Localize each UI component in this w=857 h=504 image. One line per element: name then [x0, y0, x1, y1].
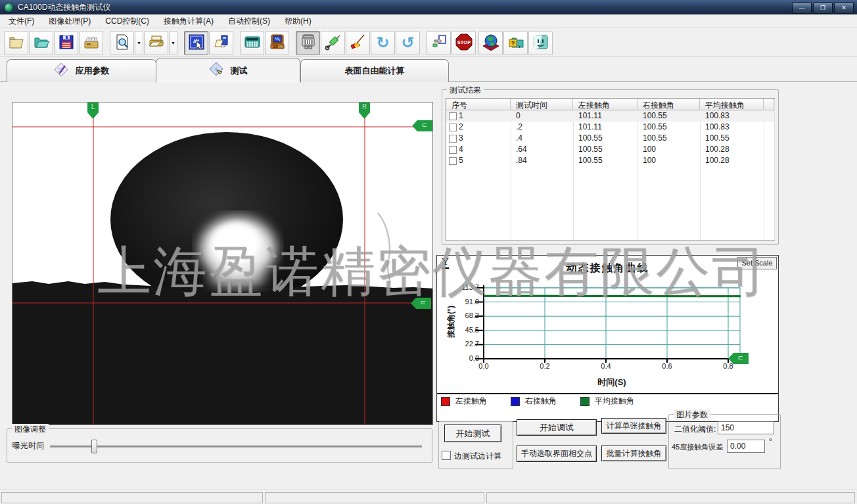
row-checkbox[interactable]	[449, 157, 457, 165]
start-test-group: 开始测试 边测试边计算	[438, 421, 513, 469]
picture-params-group: 图片参数 二值化阈值: 150 45度接触角误差 0.00 °	[668, 414, 781, 469]
row-checkbox[interactable]	[449, 146, 457, 154]
x-tick-label: 0.6	[657, 362, 677, 370]
x-tick-label: 0.0	[474, 362, 494, 370]
threshold-input[interactable]: 150	[718, 421, 774, 434]
table-row[interactable]: 4.64100.55100100.28	[446, 144, 774, 155]
row-checkbox[interactable]	[449, 112, 457, 120]
globe-button[interactable]	[478, 31, 503, 55]
transfer-button[interactable]	[427, 31, 451, 55]
legend-swatch	[511, 397, 520, 406]
exposure-slider-thumb[interactable]	[91, 440, 97, 453]
app-icon	[4, 3, 14, 12]
syringe-button[interactable]	[321, 31, 345, 55]
print-button[interactable]	[144, 31, 168, 55]
print-preview-dropdown[interactable]: ▼	[135, 31, 143, 55]
menu-item[interactable]: 接触角计算(A)	[156, 14, 221, 28]
image-adjust-title: 图像调整	[12, 424, 49, 435]
y-tick-label: 0.0	[452, 354, 479, 362]
start-debug-button[interactable]: 开始调试	[517, 419, 597, 436]
help-button[interactable]: ?	[503, 31, 528, 55]
table-cell: .64	[516, 145, 527, 154]
camera-image-panel[interactable]: L R ⊂ ⊂	[12, 102, 433, 425]
table-cell: 100.28	[705, 156, 730, 165]
undo-button[interactable]: ↺	[396, 31, 420, 55]
menu-item[interactable]: 帮助(H)	[277, 14, 319, 28]
computer-icon	[269, 34, 286, 53]
new-folder-button[interactable]	[4, 31, 28, 55]
tab-surface-energy[interactable]: 表面自由能计算	[300, 59, 449, 82]
status-panel-2	[265, 492, 484, 503]
about-face-button[interactable]	[528, 31, 553, 55]
printer-icon	[148, 34, 165, 53]
row-checkbox[interactable]	[449, 135, 457, 143]
tab-label: 应用参数	[76, 65, 110, 77]
window-title: CA100D动态接触角测试仪	[18, 2, 110, 13]
row-checkbox[interactable]	[449, 124, 457, 131]
table-header[interactable]: 测试时间	[511, 99, 573, 110]
table-header[interactable]	[764, 99, 774, 110]
start-test-button[interactable]: 开始测试	[444, 424, 501, 442]
legend-label: 左接触角	[455, 396, 487, 407]
legend-swatch	[580, 397, 590, 406]
printer-dropdown[interactable]: ▼	[169, 31, 177, 55]
close-button[interactable]: ✕	[834, 2, 854, 14]
y-tick-label: 91.0	[452, 298, 479, 306]
tab-app-params[interactable]: 应用参数	[7, 59, 156, 82]
table-row[interactable]: 2.2101.11100.55100.83	[446, 122, 774, 133]
menu-item[interactable]: CCD控制(C)	[98, 14, 156, 28]
table-header[interactable]: 序号	[446, 99, 511, 110]
table-row[interactable]: 10101.11100.55100.83	[446, 110, 774, 122]
table-header[interactable]: 平均接触角	[700, 99, 764, 110]
export-image-icon	[213, 34, 230, 53]
table-cell: 100	[643, 145, 656, 154]
stop-button[interactable]: STOP	[452, 31, 476, 55]
frame-grabber-button[interactable]	[296, 31, 320, 55]
table-row[interactable]: 5.84100.55100100.28	[446, 155, 774, 166]
card-index-button[interactable]	[79, 31, 103, 55]
menu-item[interactable]: 文件(F)	[1, 14, 41, 28]
calc-while-test-checkbox[interactable]	[442, 451, 451, 460]
results-table[interactable]: 序号测试时间左接触角右接触角平均接触角10101.11100.55100.832…	[446, 98, 775, 241]
y-tick-label: 68.2	[452, 311, 479, 319]
redo-button[interactable]: ↻	[371, 31, 395, 55]
calculator-button[interactable]	[240, 31, 264, 55]
legend-label: 右接触角	[525, 396, 557, 407]
manual-pick-button[interactable]: 手动选取界面相交点	[517, 446, 597, 462]
export-image-button[interactable]	[209, 31, 233, 55]
status-panel-1	[1, 492, 263, 503]
open-folder-icon	[33, 34, 50, 53]
menu-item[interactable]: 自动控制(S)	[221, 14, 277, 28]
table-header[interactable]: 左接触角	[573, 99, 637, 110]
svg-text:STOP: STOP	[457, 39, 470, 45]
table-cell: 100	[643, 156, 656, 165]
calc-batch-button[interactable]: 批量计算接触角	[601, 446, 666, 461]
results-group-title: 测试结果	[447, 85, 484, 96]
computer-button[interactable]	[265, 31, 289, 55]
transfer-icon	[430, 34, 448, 53]
open-folder-button[interactable]	[29, 31, 53, 55]
calc-single-button[interactable]: 计算单张接触角	[601, 418, 666, 434]
table-header[interactable]: 右接触角	[637, 99, 700, 110]
table-row[interactable]: 3.4100.55100.55100.55	[446, 133, 774, 144]
tab-label: 表面自由能计算	[345, 65, 405, 77]
help-icon: ?	[507, 34, 524, 53]
tab-test[interactable]: 测试	[156, 58, 300, 83]
card-index-icon	[83, 34, 100, 53]
angle-error-input[interactable]: 0.00	[727, 440, 765, 453]
about-face-icon	[532, 34, 549, 53]
table-cell: 4	[459, 145, 463, 154]
clean-button[interactable]	[346, 31, 370, 55]
legend-swatch	[441, 397, 450, 406]
exposure-slider-track[interactable]	[50, 446, 422, 448]
table-cell: 100.55	[705, 133, 730, 143]
restore-button[interactable]: ❐	[813, 2, 833, 14]
save-button[interactable]	[54, 31, 78, 55]
minimize-button[interactable]: —	[792, 2, 812, 14]
print-preview-button[interactable]	[110, 31, 134, 55]
capture-screen-button[interactable]	[184, 31, 208, 55]
note-pen-icon	[54, 62, 70, 80]
menu-item[interactable]: 图像处理(P)	[41, 14, 98, 28]
table-cell: .4	[516, 133, 522, 143]
threshold-label: 二值化阈值:	[674, 424, 716, 435]
